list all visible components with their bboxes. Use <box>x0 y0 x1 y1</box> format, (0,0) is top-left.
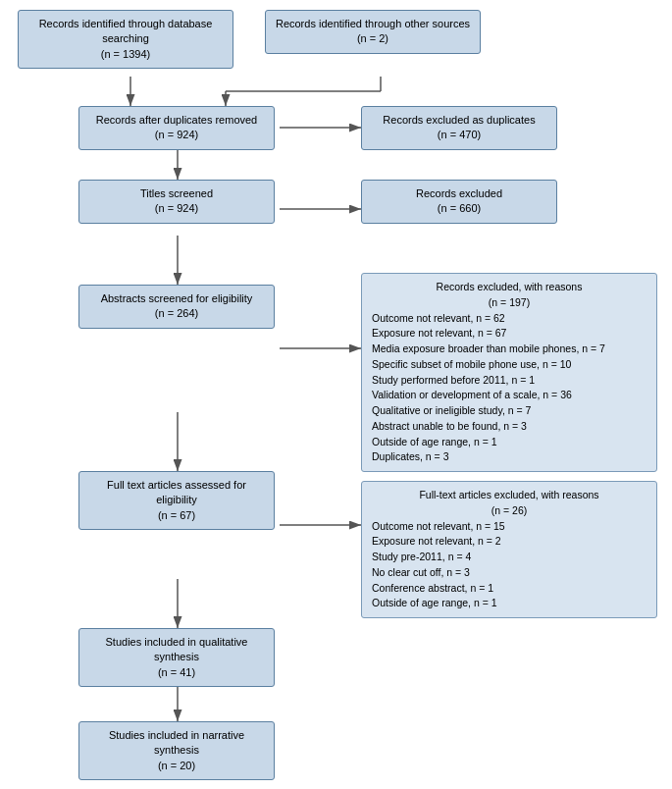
abstracts-excluded-box: Records excluded, with reasons (n = 197)… <box>361 273 657 472</box>
db-search-count: (n = 1394) <box>101 48 150 60</box>
after-duplicates-count: (n = 924) <box>155 129 198 140</box>
narrative-synthesis-box: Studies included in narrative synthesis … <box>78 721 275 780</box>
narrative-synthesis-count: (n = 20) <box>158 760 195 771</box>
qualitative-synthesis-box: Studies included in qualitative synthesi… <box>78 628 275 687</box>
titles-screened-label: Titles screened <box>140 187 213 199</box>
records-excluded-box: Records excluded (n = 660) <box>361 180 557 224</box>
fulltext-excluded-title: Full-text articles excluded, with reason… <box>372 488 646 519</box>
fulltext-assessed-label: Full text articles assessed for eligibil… <box>107 479 246 505</box>
db-search-label: Records identified through database sear… <box>39 18 213 44</box>
excluded-duplicates-label: Records excluded as duplicates <box>383 114 535 126</box>
other-sources-box: Records identified through other sources… <box>265 10 481 54</box>
other-sources-count: (n = 2) <box>357 32 388 44</box>
titles-screened-count: (n = 924) <box>155 202 198 214</box>
after-duplicates-box: Records after duplicates removed (n = 92… <box>78 106 275 150</box>
after-duplicates-label: Records after duplicates removed <box>96 114 257 126</box>
excluded-duplicates-count: (n = 470) <box>438 129 481 140</box>
flowchart: Records identified through database sear… <box>0 0 672 789</box>
other-sources-label: Records identified through other sources <box>276 18 470 29</box>
abstracts-screened-count: (n = 264) <box>155 307 198 319</box>
fulltext-excluded-lines: Outcome not relevant, n = 15 Exposure no… <box>372 519 646 612</box>
abstracts-screened-label: Abstracts screened for eligibility <box>101 292 253 304</box>
db-search-box: Records identified through database sear… <box>18 10 233 69</box>
excluded-duplicates-box: Records excluded as duplicates (n = 470) <box>361 106 557 150</box>
qualitative-synthesis-label: Studies included in qualitative synthesi… <box>106 636 248 662</box>
fulltext-assessed-box: Full text articles assessed for eligibil… <box>78 471 275 530</box>
abstracts-excluded-title: Records excluded, with reasons (n = 197) <box>372 280 646 311</box>
abstracts-screened-box: Abstracts screened for eligibility (n = … <box>78 285 275 329</box>
abstracts-excluded-lines: Outcome not relevant, n = 62 Exposure no… <box>372 311 646 466</box>
titles-screened-box: Titles screened (n = 924) <box>78 180 275 224</box>
qualitative-synthesis-count: (n = 41) <box>158 666 195 678</box>
fulltext-assessed-count: (n = 67) <box>158 509 195 521</box>
fulltext-excluded-box: Full-text articles excluded, with reason… <box>361 481 657 618</box>
records-excluded-count: (n = 660) <box>438 202 481 214</box>
records-excluded-label: Records excluded <box>416 187 502 199</box>
narrative-synthesis-label: Studies included in narrative synthesis <box>109 729 244 756</box>
